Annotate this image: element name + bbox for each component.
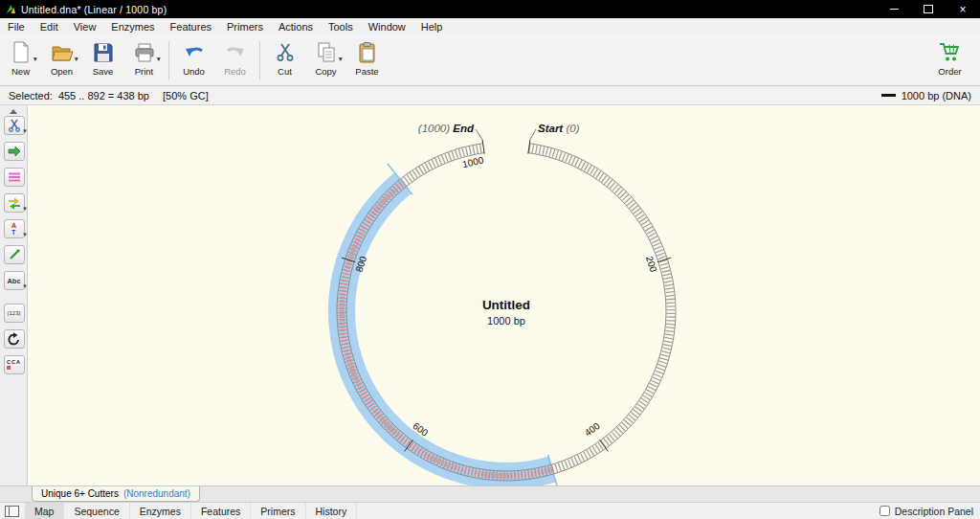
cutters-tab-qualifier[interactable]: (Nonredundant) — [123, 488, 190, 499]
edit-sequence-tool[interactable] — [4, 245, 25, 264]
map-length: 1000 bp — [487, 315, 525, 327]
numbering-tool[interactable]: (123) — [4, 304, 25, 323]
tab-features[interactable]: Features — [191, 503, 251, 519]
open-folder-icon — [51, 40, 74, 64]
close-button[interactable]: × — [946, 0, 980, 18]
gc-content: [50% GC] — [163, 90, 209, 102]
clipboard-icon — [358, 40, 376, 64]
printer-icon — [134, 40, 155, 64]
open-dropdown-icon[interactable]: ▼ — [74, 56, 79, 62]
print-dropdown-icon[interactable]: ▼ — [156, 56, 162, 62]
selection-status-bar: Selected: 455 .. 892 = 438 bp [50% GC] 1… — [0, 86, 980, 105]
menu-bar: File Edit View Enzymes Features Primers … — [0, 18, 980, 35]
copy-button[interactable]: ▼ Copy — [305, 39, 346, 77]
tab-sequence[interactable]: Sequence — [64, 503, 129, 519]
cutters-tab-label: Unique 6+ Cutters — [41, 488, 119, 499]
cut-button[interactable]: Cut — [264, 39, 305, 77]
tab-enzymes[interactable]: Enzymes — [130, 503, 191, 519]
map-title: Untitled — [482, 298, 530, 312]
toolbar-separator — [168, 41, 169, 79]
copy-dropdown-icon[interactable]: ▼ — [338, 56, 344, 62]
position-label-400: 400 — [583, 420, 602, 439]
numbering-icon: (123) — [7, 310, 20, 316]
rotate-map-tool[interactable] — [4, 329, 25, 349]
minimize-button[interactable] — [877, 0, 911, 18]
translation-arrows-icon — [8, 196, 21, 210]
new-dropdown-icon[interactable]: ▼ — [33, 56, 38, 62]
tick-end-1000 — [482, 140, 484, 154]
start-label: Start (0) — [538, 123, 580, 134]
tab-map[interactable]: Map — [25, 503, 64, 519]
close-icon: × — [959, 4, 966, 15]
maximize-icon — [924, 5, 933, 13]
show-features-tool[interactable] — [4, 142, 25, 161]
green-pencil-icon — [8, 248, 21, 261]
menu-edit[interactable]: Edit — [33, 18, 66, 34]
molecule-info: 1000 bp (DNA) — [902, 90, 971, 102]
start-pointer-line — [530, 129, 536, 140]
selected-label: Selected: — [9, 90, 53, 102]
menu-enzymes[interactable]: Enzymes — [103, 18, 162, 34]
description-panel-label: Description Panel — [895, 506, 973, 517]
enzyme-set-strip: Unique 6+ Cutters (Nonredundant) — [0, 485, 980, 502]
redo-arrow-icon — [225, 40, 246, 64]
menu-view[interactable]: View — [66, 18, 104, 34]
mini-scissors-icon — [8, 119, 21, 133]
green-arrow-icon — [8, 145, 21, 158]
tab-history[interactable]: History — [306, 503, 358, 519]
pink-stripes-icon — [8, 170, 21, 184]
undo-arrow-icon — [184, 40, 205, 64]
menu-actions[interactable]: Actions — [271, 18, 321, 34]
app-logo-icon — [6, 4, 16, 14]
menu-primers[interactable]: Primers — [219, 18, 271, 34]
at-bases-icon: A T — [11, 222, 16, 236]
end-pointer-line — [476, 129, 482, 140]
plasmid-map: (1000) End Start (0) 1000 200 400 600 80… — [28, 105, 980, 485]
new-document-icon — [11, 40, 31, 64]
unique-cutters-tab[interactable]: Unique 6+ Cutters (Nonredundant) — [32, 486, 200, 502]
main-toolbar: ▼ New ▼ Open Save — [0, 34, 980, 86]
tab-primers[interactable]: Primers — [251, 503, 305, 519]
title-bar: Untitled.dna* (Linear / 1000 bp) × — [0, 0, 980, 18]
save-button[interactable]: Save — [82, 39, 123, 77]
new-button[interactable]: ▼ New — [0, 39, 41, 77]
scroll-up-icon[interactable] — [10, 109, 17, 114]
menu-tools[interactable]: Tools — [321, 18, 361, 34]
linear-dna-icon — [881, 94, 896, 97]
side-panel-toggle-icon[interactable] — [5, 506, 19, 517]
save-floppy-icon — [94, 40, 113, 64]
undo-button[interactable]: Undo — [173, 39, 214, 77]
menu-help[interactable]: Help — [413, 18, 451, 34]
description-panel-checkbox[interactable] — [880, 506, 890, 516]
codon-letters-icon: CCA — [7, 359, 21, 371]
selected-range: 455 .. 892 = 438 bp — [58, 90, 149, 102]
redo-button[interactable]: Redo — [214, 39, 256, 77]
selection-band[interactable] — [342, 183, 552, 476]
paste-button[interactable]: Paste — [346, 39, 388, 77]
copy-pages-icon — [317, 40, 336, 64]
print-button[interactable]: ▼ Print — [123, 39, 165, 77]
rotate-arrow-icon — [7, 332, 21, 347]
menu-window[interactable]: Window — [361, 18, 413, 34]
plasmid-map-canvas[interactable]: (1000) End Start (0) 1000 200 400 600 80… — [28, 105, 980, 485]
menu-file[interactable]: File — [0, 18, 33, 34]
open-button[interactable]: ▼ Open — [41, 39, 82, 77]
scissors-icon — [276, 40, 295, 64]
end-label: (1000) End — [418, 123, 475, 134]
shopping-cart-icon — [939, 40, 961, 64]
toolbar-separator — [259, 41, 260, 79]
map-side-toolbar: ▼ ▼ A T — [0, 105, 28, 485]
show-primers-tool[interactable] — [4, 168, 25, 187]
window-title: Untitled.dna* (Linear / 1000 bp) — [21, 4, 167, 15]
maximize-button[interactable] — [911, 0, 946, 18]
abc-label-icon: Abc — [7, 277, 20, 285]
view-tabs-bar: Map Sequence Enzymes Features Primers Hi… — [0, 502, 980, 519]
minimize-icon — [890, 9, 899, 10]
order-button[interactable]: Order — [929, 39, 970, 77]
menu-features[interactable]: Features — [163, 18, 219, 34]
codon-display-tool[interactable]: CCA — [4, 355, 25, 374]
